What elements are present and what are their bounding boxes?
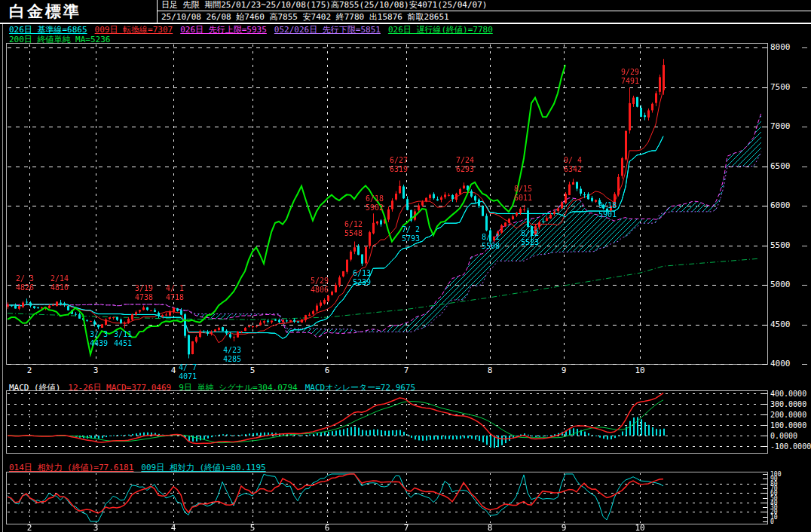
month-label-bottom: 9 bbox=[562, 524, 567, 532]
annotation-low: 4/ 7 4071 bbox=[179, 363, 197, 381]
right-edge-tick bbox=[802, 325, 807, 326]
price-axis-label: 6000 bbox=[770, 201, 791, 209]
annotation-high: 5/29 4806 bbox=[311, 277, 329, 295]
annotation-high: 6/18 5902 bbox=[366, 194, 384, 212]
month-label: 9 bbox=[562, 366, 567, 375]
month-label: 2 bbox=[27, 366, 32, 375]
month-label: 4 bbox=[171, 366, 176, 375]
month-label-bottom: 6 bbox=[325, 524, 330, 532]
chart-info-line2: 25/10/08 26/08 始7460 高7855 安7402 終7780 出… bbox=[158, 11, 811, 23]
annotation-low: 3/11 4451 bbox=[114, 330, 132, 348]
macd-chart-canvas[interactable] bbox=[6, 390, 768, 454]
annotation-high: 9/ 4 6342 bbox=[564, 156, 582, 174]
legend-item: 026日 先行上限=5935 bbox=[180, 25, 267, 35]
right-edge-tick bbox=[802, 206, 807, 206]
annotation-high: 9/29 7491 bbox=[621, 68, 639, 86]
month-label: 6 bbox=[325, 366, 330, 375]
macd-axis-label: 200.0000 bbox=[770, 411, 806, 419]
month-label-bottom: 3 bbox=[93, 524, 99, 532]
right-edge-tick bbox=[802, 167, 807, 167]
right-edge-tick bbox=[802, 127, 807, 127]
annotation-low: 8/22 5523 bbox=[521, 229, 539, 247]
annotation-low: 8/ 1 5508 bbox=[482, 233, 500, 251]
chart-window: 白金標準 日足 先限 期間25/01/23~25/10/08(175)高7855… bbox=[0, 0, 811, 532]
month-label-bottom: 2 bbox=[27, 524, 32, 532]
macd-axis-label: 100.0000 bbox=[770, 421, 806, 430]
price-axis-label: 8000 bbox=[770, 43, 791, 51]
legend-item: 026日 遅行線(終値)=7780 bbox=[388, 25, 493, 35]
annotation-high: 8/15 6011 bbox=[514, 185, 532, 203]
annotation-high: 6/12 5548 bbox=[344, 220, 363, 238]
annotation-high: 3/19 4738 bbox=[135, 284, 153, 302]
right-edge-tick bbox=[802, 246, 807, 246]
month-label-bottom: 10 bbox=[635, 524, 644, 532]
macd-axis-label: 0.0000 bbox=[770, 432, 797, 440]
month-label: 10 bbox=[635, 366, 644, 375]
macd-axis-label: 400.0000 bbox=[770, 390, 806, 398]
month-label-bottom: 4 bbox=[171, 524, 176, 532]
legend-item: 052/026日 先行下限=5851 bbox=[274, 25, 381, 35]
annotation-high: 4/ 1 4718 bbox=[166, 284, 184, 302]
annotation-high: 6/27 6319 bbox=[390, 156, 408, 174]
annotation-low: 6/13 5239 bbox=[353, 269, 371, 287]
chart-info: 日足 先限 期間25/01/23~25/10/08(175)高7855(25/1… bbox=[158, 0, 811, 23]
price-axis-label: 4000 bbox=[770, 359, 791, 368]
window-frame-left bbox=[2, 5, 3, 532]
macd-axis-label: 300.0000 bbox=[770, 400, 806, 408]
page-title: 白金標準 bbox=[0, 0, 158, 23]
month-label: 7 bbox=[404, 366, 409, 375]
annotation-low: 7/ 2 5793 bbox=[402, 225, 420, 243]
month-label: 5 bbox=[250, 366, 256, 375]
price-axis-label: 5000 bbox=[770, 280, 791, 289]
annotation-low: 4/23 4285 bbox=[223, 346, 241, 364]
month-label: 8 bbox=[488, 366, 493, 375]
annotation-low: 9/18 5901 bbox=[598, 201, 617, 219]
price-axis-label: 6500 bbox=[770, 162, 791, 170]
right-edge-tick bbox=[802, 285, 807, 286]
chart-header: 白金標準 日足 先限 期間25/01/23~25/10/08(175)高7855… bbox=[0, 0, 811, 24]
right-edge-tick bbox=[802, 364, 807, 365]
annotation-low: 3/ 3 4439 bbox=[90, 330, 108, 348]
right-edge-tick bbox=[802, 47, 807, 48]
price-axis-label: 5500 bbox=[770, 241, 791, 249]
month-label-bottom: 5 bbox=[250, 524, 256, 532]
price-axis-label: 4500 bbox=[770, 320, 791, 329]
rsi-chart-canvas[interactable] bbox=[6, 472, 768, 524]
month-label-bottom: 8 bbox=[488, 524, 493, 532]
month-label: 3 bbox=[93, 366, 99, 375]
macd-axis-label: -100.0000 bbox=[770, 442, 811, 451]
right-edge-tick bbox=[802, 87, 807, 88]
annotation-high: 2/ 3 4826 bbox=[16, 274, 34, 292]
annotation-high: 7/24 6293 bbox=[456, 156, 474, 174]
rsi-axis-label: 0 bbox=[770, 519, 774, 524]
price-axis-label: 7500 bbox=[770, 83, 791, 91]
main-chart-canvas[interactable] bbox=[6, 43, 768, 365]
chart-info-line1: 日足 先限 期間25/01/23~25/10/08(175)高7855(25/1… bbox=[158, 0, 811, 11]
annotation-high: 2/14 4810 bbox=[50, 274, 69, 292]
month-label-bottom: 7 bbox=[404, 524, 409, 532]
price-axis-label: 7000 bbox=[770, 122, 791, 130]
